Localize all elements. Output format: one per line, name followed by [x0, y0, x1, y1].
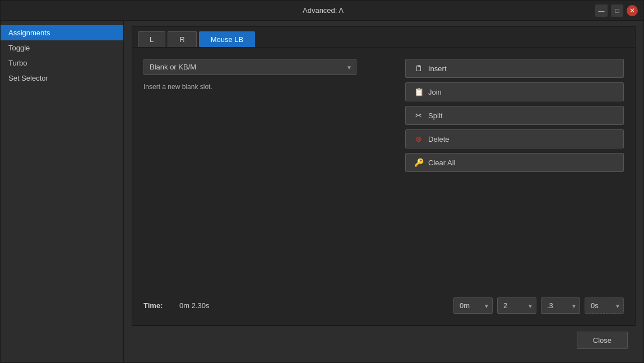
action-buttons-panel: 🗒 Insert 📋 Join ✂ Split	[405, 59, 624, 172]
time-seconds-whole-wrapper: 2	[497, 297, 536, 314]
left-section: Blank or KB/M Insert a new blank slot.	[143, 59, 394, 91]
sidebar-item-set-selector[interactable]: Set Selector	[1, 71, 123, 86]
time-seconds-dashed-wrapper: 0s	[585, 297, 624, 314]
time-seconds-whole-dropdown[interactable]: 2	[497, 297, 536, 314]
split-icon: ✂	[414, 111, 424, 120]
maximize-button[interactable]: □	[611, 4, 623, 17]
sidebar-item-toggle[interactable]: Toggle	[1, 40, 123, 55]
time-decimal-dropdown[interactable]: .3	[541, 297, 580, 314]
join-button[interactable]: 📋 Join	[405, 82, 624, 101]
time-minutes-wrapper: 0m	[453, 297, 493, 314]
sidebar: Assignments Toggle Turbo Set Selector	[1, 21, 124, 362]
content-area: Assignments Toggle Turbo Set Selector L …	[1, 21, 643, 362]
footer: Close	[132, 325, 636, 355]
tab-bar: L R Mouse LB	[132, 27, 635, 48]
insert-label: Insert	[428, 64, 447, 73]
clear-all-button[interactable]: 🔑 Clear All	[405, 153, 624, 172]
clear-all-label: Clear All	[428, 159, 455, 167]
hint-text: Insert a new blank slot.	[143, 83, 394, 91]
main-panel: L R Mouse LB Blank or KB/M	[124, 21, 643, 362]
tab-content: Blank or KB/M Insert a new blank slot. 🗒…	[132, 48, 635, 325]
top-section: Blank or KB/M Insert a new blank slot. 🗒…	[143, 59, 624, 286]
titlebar: Advanced: A — □ ✕	[1, 1, 643, 21]
close-button[interactable]: Close	[577, 332, 628, 349]
time-seconds-dashed-dropdown[interactable]: 0s	[585, 297, 624, 314]
insert-icon: 🗒	[414, 64, 424, 73]
tab-L[interactable]: L	[138, 31, 165, 47]
blank-dropdown-wrapper: Blank or KB/M	[143, 59, 356, 75]
delete-label: Delete	[428, 135, 450, 143]
tab-R[interactable]: R	[168, 31, 196, 47]
time-decimal-wrapper: .3	[541, 297, 580, 314]
split-button[interactable]: ✂ Split	[405, 106, 624, 125]
split-label: Split	[428, 111, 442, 120]
clear-all-icon: 🔑	[414, 158, 424, 167]
sidebar-item-turbo[interactable]: Turbo	[1, 55, 123, 71]
time-label: Time:	[143, 301, 172, 310]
join-icon: 📋	[414, 87, 424, 96]
sidebar-item-toggle-label: Toggle	[8, 44, 30, 52]
tab-mouse-lb[interactable]: Mouse LB	[199, 31, 256, 47]
delete-icon: ⊗	[414, 134, 424, 143]
close-window-button[interactable]: ✕	[627, 5, 638, 16]
main-window: Advanced: A — □ ✕ Assignments Toggle Tur…	[0, 0, 644, 363]
blank-kb-m-dropdown[interactable]: Blank or KB/M	[143, 59, 356, 75]
time-row: Time: 0m 2.30s 0m 2	[143, 297, 624, 314]
sidebar-item-assignments[interactable]: Assignments	[1, 25, 123, 40]
time-value: 0m 2.30s	[179, 301, 224, 310]
minimize-button[interactable]: —	[595, 4, 608, 17]
titlebar-controls: — □ ✕	[595, 4, 638, 17]
sidebar-item-assignments-label: Assignments	[8, 29, 50, 37]
window-title: Advanced: A	[51, 6, 595, 15]
dropdown-row: Blank or KB/M	[143, 59, 394, 75]
time-dropdowns: 0m 2 .3	[453, 297, 624, 314]
time-minutes-dropdown[interactable]: 0m	[453, 297, 493, 314]
sidebar-item-set-selector-label: Set Selector	[8, 74, 48, 82]
join-label: Join	[428, 88, 442, 96]
sidebar-item-turbo-label: Turbo	[8, 59, 27, 67]
delete-button[interactable]: ⊗ Delete	[405, 129, 624, 148]
insert-button[interactable]: 🗒 Insert	[405, 59, 624, 78]
